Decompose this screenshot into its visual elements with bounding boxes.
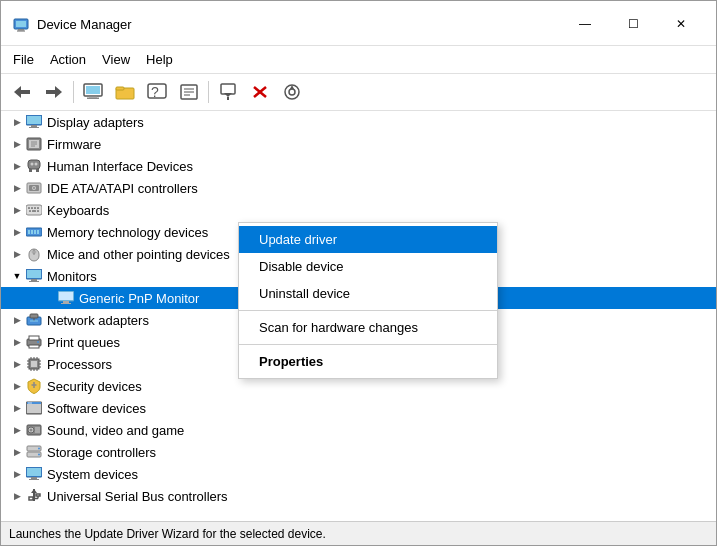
scan-button[interactable]	[277, 78, 307, 106]
svg-rect-52	[32, 210, 36, 212]
svg-rect-63	[27, 270, 41, 278]
minimize-button[interactable]: —	[562, 9, 608, 39]
expand-arrow-processors: ▶	[9, 356, 25, 372]
context-menu-separator-1	[239, 310, 497, 311]
tree-item-usb[interactable]: ▶ Universal Serial Bus controllers	[1, 485, 716, 507]
menu-view[interactable]: View	[94, 48, 138, 71]
tree-item-firmware[interactable]: ▶ Firmware	[1, 133, 716, 155]
expand-arrow-software: ▶	[9, 400, 25, 416]
back-button[interactable]	[7, 78, 37, 106]
info-button[interactable]: ?	[142, 78, 172, 106]
toolbar-separator-2	[208, 81, 209, 103]
tree-item-display-adapters[interactable]: ▶ Display adapters	[1, 111, 716, 133]
svg-rect-10	[89, 96, 97, 98]
expand-arrow-system: ▶	[9, 466, 25, 482]
hid-label: Human Interface Devices	[47, 159, 193, 174]
hid-icon	[25, 158, 43, 174]
svg-point-95	[28, 402, 29, 403]
system-label: System devices	[47, 467, 138, 482]
display-adapters-label: Display adapters	[47, 115, 144, 130]
expand-arrow-mice: ▶	[9, 246, 25, 262]
window-controls: — ☐ ✕	[562, 9, 704, 39]
computer-button[interactable]	[78, 78, 108, 106]
svg-point-40	[31, 163, 34, 166]
svg-rect-38	[29, 169, 32, 172]
tree-item-sound[interactable]: ▶ Sound, video and game	[1, 419, 716, 441]
security-icon	[25, 378, 43, 394]
network-icon	[25, 312, 43, 328]
status-text: Launches the Update Driver Wizard for th…	[9, 527, 326, 541]
update-button[interactable]	[213, 78, 243, 106]
svg-marker-21	[224, 93, 232, 97]
context-menu-uninstall-device[interactable]: Uninstall device	[239, 280, 497, 307]
maximize-button[interactable]: ☐	[610, 9, 656, 39]
usb-label: Universal Serial Bus controllers	[47, 489, 228, 504]
context-menu: Update driver Disable device Uninstall d…	[238, 222, 498, 379]
svg-rect-1	[16, 21, 26, 27]
software-icon	[25, 400, 43, 416]
uninstall-button[interactable]	[245, 78, 275, 106]
svg-rect-30	[31, 125, 37, 127]
svg-rect-110	[29, 479, 39, 480]
properties-button[interactable]	[174, 78, 204, 106]
svg-rect-57	[34, 230, 36, 234]
svg-rect-53	[37, 210, 39, 212]
svg-rect-55	[28, 230, 30, 234]
svg-marker-4	[14, 86, 21, 98]
sound-icon	[25, 422, 43, 438]
svg-point-96	[30, 402, 31, 403]
svg-rect-9	[86, 86, 100, 94]
storage-label: Storage controllers	[47, 445, 156, 460]
menu-action[interactable]: Action	[42, 48, 94, 71]
display-adapters-icon	[25, 114, 43, 130]
print-label: Print queues	[47, 335, 120, 350]
svg-rect-65	[29, 281, 39, 282]
context-menu-properties[interactable]: Properties	[239, 348, 497, 375]
processors-icon	[25, 356, 43, 372]
context-menu-disable-device[interactable]: Disable device	[239, 253, 497, 280]
window-icon	[13, 16, 29, 32]
expand-arrow-print: ▶	[9, 334, 25, 350]
expand-arrow-keyboards: ▶	[9, 202, 25, 218]
mice-icon	[25, 246, 43, 262]
svg-point-99	[30, 429, 33, 432]
firmware-icon	[25, 136, 43, 152]
svg-rect-48	[31, 207, 33, 209]
processors-label: Processors	[47, 357, 112, 372]
generic-pnp-icon	[57, 290, 75, 306]
svg-rect-67	[59, 292, 73, 300]
monitors-label: Monitors	[47, 269, 97, 284]
svg-rect-116	[36, 494, 40, 496]
context-menu-separator-2	[239, 344, 497, 345]
svg-rect-69	[61, 303, 71, 304]
window-title: Device Manager	[37, 17, 554, 32]
menu-file[interactable]: File	[5, 48, 42, 71]
keyboards-icon	[25, 202, 43, 218]
storage-icon	[25, 444, 43, 460]
svg-rect-7	[46, 90, 56, 94]
svg-rect-109	[31, 477, 37, 479]
svg-point-41	[35, 163, 38, 166]
context-menu-scan-hardware[interactable]: Scan for hardware changes	[239, 314, 497, 341]
tree-item-system[interactable]: ▶ System devices	[1, 463, 716, 485]
security-label: Security devices	[47, 379, 142, 394]
menu-help[interactable]: Help	[138, 48, 181, 71]
folder-button[interactable]	[110, 78, 140, 106]
tree-item-keyboards[interactable]: ▶ Keyboards	[1, 199, 716, 221]
tree-item-storage[interactable]: ▶ Storage controllers	[1, 441, 716, 463]
expand-arrow-hid: ▶	[9, 158, 25, 174]
svg-rect-20	[221, 84, 235, 94]
svg-rect-11	[87, 98, 99, 100]
tree-item-hid[interactable]: ▶ Human Interface Devices	[1, 155, 716, 177]
svg-rect-47	[28, 207, 30, 209]
svg-rect-71	[30, 314, 38, 318]
tree-item-ide[interactable]: ▶ IDE ATA/ATAPI controllers	[1, 177, 716, 199]
expand-arrow-sound: ▶	[9, 422, 25, 438]
firmware-label: Firmware	[47, 137, 101, 152]
close-button[interactable]: ✕	[658, 9, 704, 39]
forward-button[interactable]	[39, 78, 69, 106]
context-menu-update-driver[interactable]: Update driver	[239, 226, 497, 253]
tree-item-software[interactable]: ▶ Software devices	[1, 397, 716, 419]
svg-rect-64	[31, 279, 37, 281]
mice-label: Mice and other pointing devices	[47, 247, 230, 262]
